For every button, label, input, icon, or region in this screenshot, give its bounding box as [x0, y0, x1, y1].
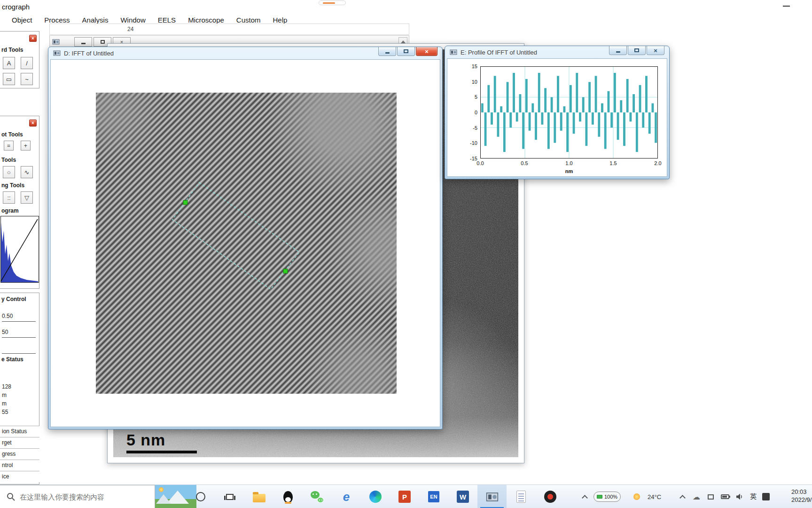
close-button[interactable]: ×: [647, 46, 664, 55]
taskbar-search[interactable]: [0, 485, 155, 508]
scale-bar-line: [126, 451, 197, 453]
taskbar-item-task-view[interactable]: [215, 485, 244, 508]
panel-row[interactable]: ion Status: [0, 426, 39, 437]
toolbar-value: 24: [127, 26, 133, 32]
panel-title: Tools: [1, 157, 16, 163]
task-view-icon: [226, 494, 234, 500]
taskbar-item-document[interactable]: [507, 485, 536, 508]
panel-title: y Control: [1, 296, 26, 302]
dots-tool[interactable]: ::: [3, 191, 15, 204]
ifft-window[interactable]: D: IFFT of Untitled ×: [48, 47, 443, 429]
toolbar-fragment: 24: [49, 24, 409, 35]
panel-row[interactable]: rget: [0, 437, 39, 448]
lasso-tool[interactable]: ○: [3, 166, 15, 178]
app-title: crograph: [2, 3, 30, 11]
close-button[interactable]: ×: [29, 35, 37, 42]
ime-language-indicator[interactable]: 英: [750, 485, 757, 508]
minimize-button[interactable]: [378, 47, 396, 56]
panel-title: ng Tools: [1, 182, 24, 189]
ifft-titlebar[interactable]: D: IFFT of Untitled ×: [48, 47, 442, 59]
scale-bar: 5 nm: [126, 431, 197, 453]
status-value: 128: [2, 383, 11, 390]
plus-button[interactable]: +: [21, 141, 31, 151]
tray-chevron-icon[interactable]: [680, 485, 685, 508]
minimize-button[interactable]: [74, 37, 92, 47]
histogram-display[interactable]: [0, 216, 39, 283]
status-value: 55: [2, 409, 8, 415]
selection-handle[interactable]: [183, 200, 187, 205]
panel-title: ot Tools: [1, 131, 23, 138]
folder-icon: [253, 494, 265, 502]
cloud-icon[interactable]: ☁: [693, 485, 700, 508]
field-value[interactable]: 50: [2, 329, 8, 335]
battery-status[interactable]: 100%: [593, 485, 621, 508]
taskbar-item-powerpoint[interactable]: P: [390, 485, 419, 508]
powerpoint-icon: P: [398, 491, 411, 503]
equal-button[interactable]: =: [4, 141, 14, 151]
menu-item-object[interactable]: Object: [12, 16, 32, 24]
rect-tool[interactable]: ▭: [3, 73, 15, 85]
maximize-button[interactable]: [397, 47, 415, 56]
battery-icon: [597, 495, 602, 499]
selection-overlay: [96, 93, 397, 394]
menu-item-help[interactable]: Help: [273, 16, 288, 24]
close-button[interactable]: ×: [416, 47, 437, 56]
taskbar-item-qq[interactable]: [273, 485, 303, 508]
menu-item-custom[interactable]: Custom: [236, 16, 261, 24]
ifft-lattice-image[interactable]: [96, 93, 397, 394]
funnel-tool[interactable]: ▽: [21, 191, 33, 204]
tray-expand-chevron[interactable]: [583, 485, 587, 508]
ie-icon: e: [343, 491, 350, 503]
temperature[interactable]: 24°C: [648, 485, 661, 508]
profile-plot[interactable]: [480, 66, 658, 159]
search-input[interactable]: [20, 493, 147, 501]
clock[interactable]: 20:03 2022/9/: [791, 488, 812, 504]
taskbar-item-recorder[interactable]: [536, 485, 565, 508]
screen-notch: [319, 0, 346, 5]
desktop: crograph Object Process Analysis Window …: [0, 0, 812, 508]
panel-row[interactable]: ntrol: [0, 460, 39, 471]
menu-item-analysis[interactable]: Analysis: [82, 16, 109, 24]
notification-icon[interactable]: [708, 485, 714, 508]
weather-sun-icon[interactable]: [633, 485, 640, 508]
ime-mode-icon[interactable]: [762, 485, 770, 508]
taskbar-item-digitalmicrograph[interactable]: [477, 485, 507, 508]
taskbar-item-language[interactable]: EN: [419, 485, 448, 508]
minimize-icon[interactable]: [783, 6, 790, 7]
volume-icon[interactable]: [736, 485, 743, 508]
selection-handle[interactable]: [283, 269, 288, 273]
menu-item-eels[interactable]: EELS: [158, 16, 176, 24]
digitalmicrograph-icon: [486, 491, 499, 503]
curve-tool[interactable]: ~: [21, 73, 33, 85]
taskbar-item-word[interactable]: W: [448, 485, 477, 508]
menu-item-window[interactable]: Window: [120, 16, 145, 24]
language-badge: EN: [428, 491, 439, 502]
panel-row[interactable]: gress: [0, 448, 39, 460]
menu-item-process[interactable]: Process: [44, 16, 70, 24]
minimize-button[interactable]: [609, 46, 627, 55]
line-tool[interactable]: /: [21, 57, 33, 69]
panel-row[interactable]: ice: [0, 471, 39, 482]
taskbar-item-edge[interactable]: [361, 485, 390, 508]
field-value[interactable]: 0.50: [2, 313, 13, 319]
taskbar: e P EN W 100% 24°C ☁ 英 20:03 2022/9/: [0, 484, 812, 508]
taskbar-item-wechat[interactable]: [303, 485, 332, 508]
y-tick: -5: [460, 125, 477, 131]
histogram-plot: [1, 216, 39, 282]
profile-tool[interactable]: ∿: [21, 166, 33, 178]
taskbar-item-search[interactable]: [186, 485, 215, 508]
profile-titlebar[interactable]: E: Profile Of IFFT of Untitled ×: [445, 46, 669, 58]
text-tool[interactable]: A: [3, 57, 15, 69]
battery-tray-icon[interactable]: [721, 485, 729, 508]
profile-window[interactable]: E: Profile Of IFFT of Untitled × 15 10 5…: [445, 46, 670, 179]
profile-bars: [481, 67, 657, 158]
y-tick: 5: [460, 94, 477, 100]
close-button[interactable]: ×: [29, 119, 37, 127]
status-value: m: [2, 392, 7, 398]
taskbar-item-file-explorer[interactable]: [244, 485, 273, 508]
taskbar-item-ie[interactable]: e: [332, 485, 361, 508]
y-tick: 15: [460, 64, 477, 69]
maximize-button[interactable]: [628, 46, 646, 55]
selection-rectangle[interactable]: [172, 183, 299, 289]
menu-item-microscope[interactable]: Microscope: [188, 16, 224, 24]
